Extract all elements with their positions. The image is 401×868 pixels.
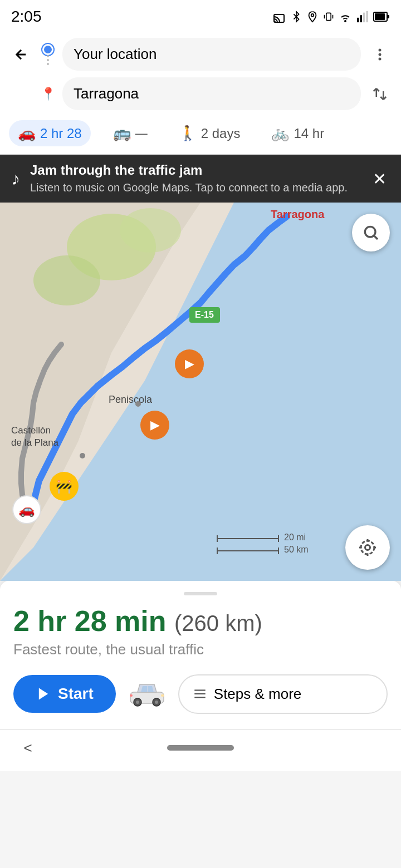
svg-point-46 <box>155 701 158 704</box>
action-row: Start <box>13 672 388 716</box>
svg-point-22 <box>135 401 141 407</box>
steps-more-button[interactable]: Steps & more <box>178 674 388 714</box>
svg-rect-9 <box>387 15 389 18</box>
origin-input[interactable] <box>62 38 361 71</box>
bottom-nav: < <box>0 729 401 771</box>
map-location-button[interactable] <box>345 525 390 570</box>
header: 📍 <box>0 31 401 115</box>
transport-modes-bar: 🚗 2 hr 28 🚌 — 🚶 2 days 🚲 14 hr <box>0 115 401 155</box>
svg-text:Castellón: Castellón <box>11 425 51 436</box>
battery-icon <box>373 10 390 23</box>
status-bar: 2:05 <box>0 0 401 31</box>
svg-text:Peniscola: Peniscola <box>109 394 153 405</box>
steps-more-label: Steps & more <box>214 685 302 703</box>
cast-icon <box>273 10 286 23</box>
destination-input[interactable] <box>62 77 361 110</box>
svg-point-11 <box>379 48 382 51</box>
svg-point-1 <box>311 14 314 17</box>
destination-row: 📍 <box>9 77 392 110</box>
banner-subtitle: Listen to music on Google Maps. Tap to c… <box>30 180 359 195</box>
swap-directions-button[interactable] <box>368 82 392 106</box>
svg-point-3 <box>345 21 346 22</box>
map-search-button[interactable] <box>352 214 390 251</box>
svg-point-25 <box>80 453 85 458</box>
svg-text:50 km: 50 km <box>284 545 309 554</box>
bike-mode-icon: 🚲 <box>271 125 289 142</box>
mode-transit[interactable]: 🚌 — <box>104 120 157 146</box>
route-description: Fastest route, the usual traffic <box>13 641 388 658</box>
svg-point-12 <box>379 53 382 56</box>
status-icons <box>273 10 390 23</box>
banner-close-button[interactable]: ✕ <box>369 166 390 192</box>
route-info-row: 2 hr 28 min (260 km) <box>13 604 388 638</box>
svg-rect-2 <box>326 13 331 20</box>
map-area[interactable]: E-15 Tarragona Peniscola Castellón de la… <box>0 203 401 581</box>
car-position-marker: 🚗 <box>12 495 41 524</box>
svg-text:Tarragona: Tarragona <box>271 208 325 220</box>
car-mode-icon: 🚗 <box>18 125 36 142</box>
route-time: 2 hr 28 min <box>13 605 167 637</box>
back-button[interactable] <box>9 42 33 67</box>
bike-mode-label: 14 hr <box>294 126 324 141</box>
svg-point-34 <box>365 226 375 237</box>
svg-rect-7 <box>366 11 368 22</box>
svg-point-13 <box>379 57 382 60</box>
construction-marker[interactable]: 🚧 <box>50 472 79 501</box>
start-button-label: Start <box>58 685 94 703</box>
media-banner[interactable]: ♪ Jam through the traffic jam Listen to … <box>0 155 401 203</box>
transit-mode-label: — <box>135 126 148 141</box>
banner-content: Jam through the traffic jam Listen to mu… <box>30 162 359 195</box>
origin-icon-container <box>40 44 56 65</box>
mode-bike[interactable]: 🚲 14 hr <box>262 120 333 146</box>
system-back-button[interactable]: < <box>11 736 45 760</box>
transit-mode-icon: 🚌 <box>113 125 131 142</box>
traffic-marker-1[interactable]: ▶ <box>175 349 204 378</box>
mode-car[interactable]: 🚗 2 hr 28 <box>9 120 91 146</box>
map-svg: E-15 Tarragona Peniscola Castellón de la… <box>0 203 401 581</box>
bottom-panel: 2 hr 28 min (260 km) Fastest route, the … <box>0 581 401 729</box>
svg-rect-5 <box>360 15 362 22</box>
walk-mode-icon: 🚶 <box>179 125 197 142</box>
bluetooth-icon <box>291 10 302 23</box>
svg-point-36 <box>361 541 374 554</box>
connector-dots <box>47 55 49 65</box>
svg-rect-6 <box>363 13 365 22</box>
location-icon2 <box>306 10 319 23</box>
svg-point-17 <box>120 208 181 253</box>
start-navigation-button[interactable]: Start <box>13 675 116 713</box>
svg-point-44 <box>136 701 139 704</box>
signal-bars-icon <box>356 10 369 23</box>
drag-handle[interactable] <box>184 592 217 595</box>
banner-title: Jam through the traffic jam <box>30 162 359 178</box>
svg-marker-41 <box>39 688 48 700</box>
route-distance: (260 km) <box>174 611 262 635</box>
blue-dot-icon <box>42 44 53 55</box>
svg-text:de la Plana: de la Plana <box>11 437 59 448</box>
svg-text:E-15: E-15 <box>195 310 214 319</box>
origin-row <box>9 38 392 71</box>
svg-point-16 <box>33 255 100 305</box>
more-options-button[interactable] <box>368 42 392 67</box>
mode-walk[interactable]: 🚶 2 days <box>170 120 250 146</box>
status-time: 2:05 <box>11 8 42 26</box>
car-svg-icon <box>128 680 167 708</box>
svg-rect-10 <box>375 13 385 20</box>
svg-rect-48 <box>130 694 133 697</box>
walk-mode-label: 2 days <box>201 126 241 141</box>
music-icon: ♪ <box>11 169 20 189</box>
vibrate-icon <box>323 10 334 23</box>
car-option-button[interactable] <box>125 672 169 716</box>
svg-rect-47 <box>161 694 164 697</box>
svg-text:20 mi: 20 mi <box>284 532 306 542</box>
svg-rect-4 <box>357 18 359 22</box>
destination-spacer <box>9 82 33 106</box>
wifi-icon <box>339 10 352 23</box>
traffic-marker-2[interactable]: ▶ <box>140 411 169 440</box>
car-mode-label: 2 hr 28 <box>40 126 82 141</box>
red-pin-icon: 📍 <box>41 87 56 101</box>
destination-icon-container: 📍 <box>40 87 56 101</box>
svg-point-35 <box>365 545 370 550</box>
home-indicator[interactable] <box>167 745 234 751</box>
